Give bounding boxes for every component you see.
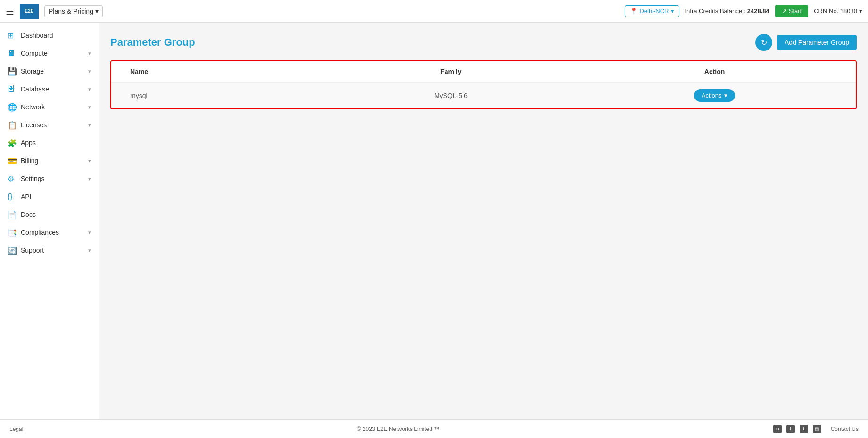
sidebar-label-api: API bbox=[21, 193, 32, 200]
twitter-icon[interactable]: t bbox=[800, 425, 808, 433]
social-links: in f t ▤ bbox=[773, 425, 821, 433]
sidebar-label-storage: Storage bbox=[21, 67, 44, 75]
billing-icon: 💳 bbox=[8, 157, 16, 165]
sidebar-label-dashboard: Dashboard bbox=[21, 32, 53, 39]
col-header-family: Family bbox=[328, 61, 573, 83]
app-logo: E2E bbox=[20, 4, 39, 19]
compliances-icon: 📑 bbox=[8, 228, 16, 237]
row-family: MySQL-5.6 bbox=[328, 83, 573, 109]
sidebar-label-licenses: Licenses bbox=[21, 121, 47, 129]
page-title: Parameter Group bbox=[110, 36, 195, 49]
plans-label: Plans & Pricing bbox=[49, 8, 93, 15]
settings-chevron-icon: ▾ bbox=[88, 176, 91, 182]
row-name: mysql bbox=[111, 83, 328, 109]
page-header: Parameter Group ↻ Add Parameter Group bbox=[110, 34, 857, 51]
rss-icon[interactable]: ▤ bbox=[813, 425, 821, 433]
linkedin-icon[interactable]: in bbox=[773, 425, 782, 433]
storage-chevron-icon: ▾ bbox=[88, 68, 91, 74]
storage-icon: 💾 bbox=[8, 67, 16, 75]
footer: Legal © 2023 E2E Networks Limited ™ in f… bbox=[0, 419, 868, 438]
sidebar-item-compute[interactable]: 🖥 Compute ▾ bbox=[0, 44, 99, 62]
dashboard-icon: ⊞ bbox=[8, 31, 16, 40]
docs-icon: 📄 bbox=[8, 210, 16, 219]
facebook-icon[interactable]: f bbox=[786, 425, 795, 433]
sidebar-item-dashboard[interactable]: ⊞ Dashboard bbox=[0, 26, 99, 44]
sidebar-label-network: Network bbox=[21, 103, 45, 111]
start-button[interactable]: ↗ Start bbox=[775, 5, 808, 17]
sidebar-label-support: Support bbox=[21, 247, 44, 254]
support-chevron-icon: ▾ bbox=[88, 248, 91, 254]
col-header-name: Name bbox=[111, 61, 328, 83]
sidebar-label-database: Database bbox=[21, 85, 49, 93]
plans-pricing-dropdown[interactable]: Plans & Pricing ▾ bbox=[44, 5, 103, 17]
support-icon: 🔄 bbox=[8, 246, 16, 255]
add-parameter-group-button[interactable]: Add Parameter Group bbox=[777, 35, 857, 50]
contact-us-link[interactable]: Contact Us bbox=[831, 426, 859, 432]
refresh-button[interactable]: ↻ bbox=[755, 34, 772, 51]
sidebar-item-apps[interactable]: 🧩 Apps bbox=[0, 134, 99, 152]
actions-chevron-icon: ▾ bbox=[724, 92, 727, 99]
actions-dropdown-button[interactable]: Actions ▾ bbox=[694, 89, 736, 102]
crn-chevron-icon: ▾ bbox=[859, 8, 862, 15]
network-chevron-icon: ▾ bbox=[88, 104, 91, 110]
compute-chevron-icon: ▾ bbox=[88, 50, 91, 57]
parameter-group-table-container: Name Family Action mysql MySQL-5.6 Actio… bbox=[110, 60, 857, 109]
billing-chevron-icon: ▾ bbox=[88, 158, 91, 164]
sidebar-item-billing[interactable]: 💳 Billing ▾ bbox=[0, 152, 99, 170]
parameter-group-table: Name Family Action mysql MySQL-5.6 Actio… bbox=[111, 61, 856, 108]
sidebar-item-support[interactable]: 🔄 Support ▾ bbox=[0, 241, 99, 259]
table-header-row: Name Family Action bbox=[111, 61, 856, 83]
sidebar-item-network[interactable]: 🌐 Network ▾ bbox=[0, 98, 99, 116]
sidebar-label-compliances: Compliances bbox=[21, 229, 59, 236]
main-layout: ⊞ Dashboard 🖥 Compute ▾ 💾 Storage ▾ 🗄 Da… bbox=[0, 23, 868, 419]
sidebar-item-docs[interactable]: 📄 Docs bbox=[0, 206, 99, 223]
location-icon: 📍 bbox=[630, 8, 637, 15]
refresh-icon: ↻ bbox=[761, 38, 767, 47]
licenses-icon: 📋 bbox=[8, 121, 16, 129]
settings-icon: ⚙ bbox=[8, 174, 16, 183]
legal-link[interactable]: Legal bbox=[9, 426, 23, 432]
sidebar-item-database[interactable]: 🗄 Database ▾ bbox=[0, 80, 99, 98]
sidebar-label-apps: Apps bbox=[21, 139, 36, 147]
region-selector[interactable]: 📍 Delhi-NCR ▾ bbox=[625, 5, 679, 17]
sidebar-label-settings: Settings bbox=[21, 175, 45, 182]
sidebar-item-licenses[interactable]: 📋 Licenses ▾ bbox=[0, 116, 99, 134]
topbar: ☰ E2E Plans & Pricing ▾ 📍 Delhi-NCR ▾ In… bbox=[0, 0, 868, 23]
region-label: Delhi-NCR bbox=[639, 8, 669, 15]
apps-icon: 🧩 bbox=[8, 139, 16, 147]
col-header-action: Action bbox=[573, 61, 856, 83]
sidebar: ⊞ Dashboard 🖥 Compute ▾ 💾 Storage ▾ 🗄 Da… bbox=[0, 23, 99, 419]
compliances-chevron-icon: ▾ bbox=[88, 230, 91, 236]
sidebar-item-settings[interactable]: ⚙ Settings ▾ bbox=[0, 170, 99, 188]
sidebar-item-api[interactable]: {} API bbox=[0, 188, 99, 206]
database-chevron-icon: ▾ bbox=[88, 86, 91, 92]
database-icon: 🗄 bbox=[8, 85, 16, 93]
licenses-chevron-icon: ▾ bbox=[88, 122, 91, 128]
sidebar-label-compute: Compute bbox=[21, 50, 48, 57]
compute-icon: 🖥 bbox=[8, 49, 16, 58]
copyright-text: © 2023 E2E Networks Limited ™ bbox=[23, 426, 773, 432]
table-row: mysql MySQL-5.6 Actions ▾ bbox=[111, 83, 856, 109]
region-chevron-icon: ▾ bbox=[671, 8, 674, 15]
plans-chevron-icon: ▾ bbox=[95, 8, 99, 15]
credits-balance: Infra Credits Balance : 2428.84 bbox=[685, 8, 769, 15]
sidebar-label-billing: Billing bbox=[21, 157, 38, 165]
sidebar-item-storage[interactable]: 💾 Storage ▾ bbox=[0, 62, 99, 80]
crn-dropdown[interactable]: CRN No. 18030 ▾ bbox=[814, 8, 862, 15]
main-content: Parameter Group ↻ Add Parameter Group Na… bbox=[99, 23, 868, 419]
hamburger-menu[interactable]: ☰ bbox=[6, 6, 14, 17]
row-action: Actions ▾ bbox=[573, 83, 856, 109]
start-icon: ↗ bbox=[782, 8, 787, 15]
network-icon: 🌐 bbox=[8, 103, 16, 111]
sidebar-label-docs: Docs bbox=[21, 211, 36, 218]
actions-label: Actions bbox=[702, 92, 722, 99]
header-actions: ↻ Add Parameter Group bbox=[755, 34, 857, 51]
api-icon: {} bbox=[8, 192, 16, 201]
sidebar-item-compliances[interactable]: 📑 Compliances ▾ bbox=[0, 223, 99, 241]
